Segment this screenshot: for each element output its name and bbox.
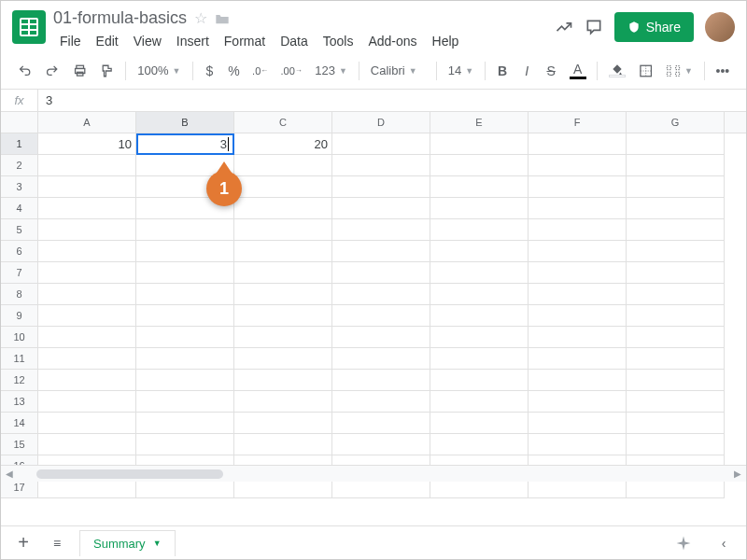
cell[interactable] [430,348,529,370]
cell[interactable] [234,348,332,370]
cell[interactable]: 10 [38,133,136,155]
scroll-thumb[interactable] [36,469,223,479]
col-header-g[interactable]: G [627,112,725,133]
more-toolbar-button[interactable]: ••• [711,58,735,84]
cell[interactable] [38,413,136,434]
row-header[interactable]: 13 [1,391,38,413]
menu-data[interactable]: Data [274,30,315,52]
cell[interactable] [332,198,430,219]
cell[interactable] [627,219,725,241]
explore-button[interactable] [669,529,698,557]
cell[interactable] [430,305,529,327]
cell[interactable] [627,305,725,327]
cell[interactable] [529,133,627,155]
share-button[interactable]: Share [614,12,694,42]
cell[interactable] [136,305,234,327]
cell[interactable] [38,434,136,455]
paint-format-button[interactable] [94,58,120,84]
zoom-select[interactable]: 100%▼ [132,60,186,81]
cell[interactable] [38,176,136,198]
row-header[interactable]: 3 [1,176,38,198]
cell[interactable] [627,262,725,284]
cell[interactable] [136,413,234,434]
cell[interactable] [234,327,332,348]
cell[interactable] [627,155,725,176]
cell[interactable] [136,219,234,241]
col-header-d[interactable]: D [332,112,430,133]
cell[interactable] [234,176,332,198]
cell[interactable] [430,176,529,198]
cell[interactable] [627,133,725,155]
row-header[interactable]: 9 [1,305,38,327]
select-all-corner[interactable] [1,112,38,133]
cell[interactable] [332,370,430,391]
cell[interactable] [38,348,136,370]
cell[interactable] [430,133,529,155]
cell[interactable] [234,262,332,284]
borders-button[interactable] [633,58,658,84]
menu-edit[interactable]: Edit [90,30,125,52]
cell[interactable] [430,370,529,391]
cell[interactable] [430,241,529,262]
cell[interactable] [430,155,529,176]
cell[interactable] [332,219,430,241]
undo-button[interactable] [12,58,37,84]
cell[interactable] [234,155,332,176]
currency-button[interactable]: $ [198,58,220,84]
cell[interactable] [136,348,234,370]
cell[interactable] [234,413,332,434]
cell[interactable] [529,305,627,327]
cell[interactable] [529,434,627,455]
redo-button[interactable] [39,58,64,84]
col-header-a[interactable]: A [38,112,136,133]
cell[interactable] [430,219,529,241]
cell[interactable] [332,391,430,413]
menu-addons[interactable]: Add-ons [361,30,423,52]
row-header[interactable]: 15 [1,434,38,455]
scroll-left-icon[interactable]: ◀ [1,469,18,479]
menu-insert[interactable]: Insert [170,30,216,52]
sheet-tab-menu-icon[interactable]: ▼ [153,539,162,548]
row-header[interactable]: 8 [1,284,38,305]
cell[interactable] [332,176,430,198]
cell[interactable] [332,348,430,370]
all-sheets-button[interactable]: ≡ [46,530,68,556]
col-header-b[interactable]: B [136,112,234,133]
row-header[interactable]: 11 [1,348,38,370]
cell[interactable] [430,327,529,348]
number-format-select[interactable]: 123▼ [309,60,353,81]
print-button[interactable] [67,58,92,84]
menu-tools[interactable]: Tools [317,30,360,52]
collapse-sidebar-icon[interactable]: ‹ [712,530,735,556]
sheet-tab-summary[interactable]: Summary ▼ [79,530,176,556]
cell[interactable] [234,370,332,391]
cell[interactable] [627,198,725,219]
cell[interactable] [136,434,234,455]
cell[interactable]: 20 [234,133,332,155]
strikethrough-button[interactable]: S [540,58,562,84]
menu-view[interactable]: View [127,30,168,52]
cell[interactable] [529,219,627,241]
cell[interactable] [332,241,430,262]
cell[interactable] [38,155,136,176]
cell[interactable] [529,176,627,198]
cell[interactable] [38,262,136,284]
cell[interactable] [627,241,725,262]
col-header-c[interactable]: C [234,112,332,133]
row-header[interactable]: 5 [1,219,38,241]
cell[interactable] [430,284,529,305]
increase-decimal-button[interactable]: .00→ [275,60,307,82]
cell[interactable] [627,434,725,455]
merge-cells-button[interactable]: ▼ [660,61,698,81]
cell[interactable] [332,284,430,305]
cell[interactable] [38,327,136,348]
cell[interactable] [38,305,136,327]
italic-button[interactable]: I [515,58,538,84]
row-header[interactable]: 7 [1,262,38,284]
cell[interactable] [529,327,627,348]
cell[interactable] [136,241,234,262]
font-select[interactable]: Calibri▼ [365,60,430,81]
row-header[interactable]: 2 [1,155,38,176]
cell[interactable] [234,434,332,455]
col-header-f[interactable]: F [529,112,627,133]
